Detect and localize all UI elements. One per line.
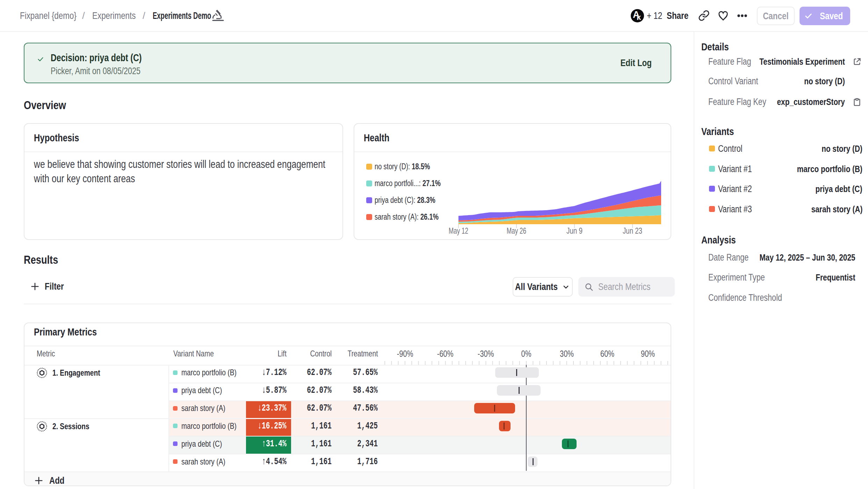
svg-text:Jun 9: Jun 9 — [566, 226, 583, 235]
svg-text:May 12: May 12 — [449, 226, 468, 235]
svg-text:Jun 23: Jun 23 — [623, 226, 642, 235]
svg-text:May 26: May 26 — [507, 226, 526, 235]
